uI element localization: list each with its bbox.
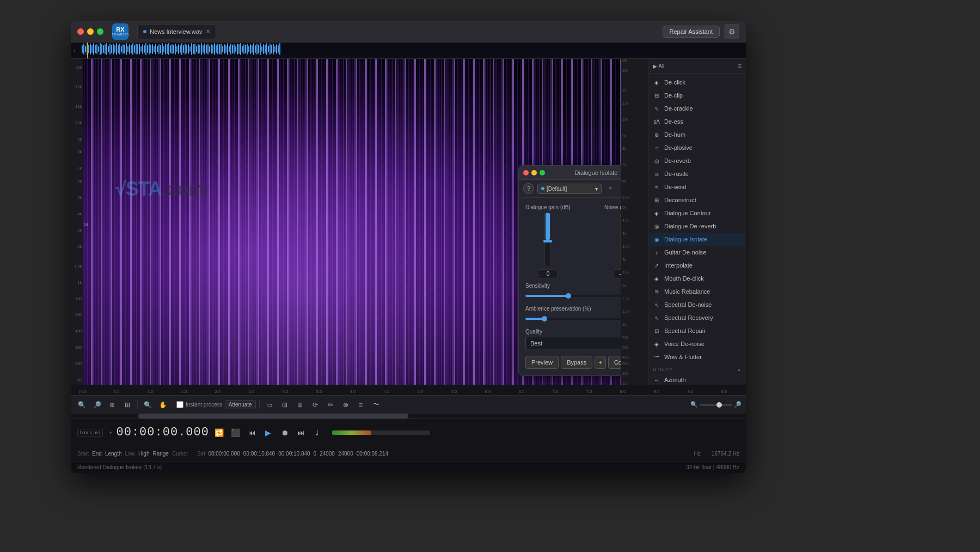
zoom-slider-thumb[interactable]: [716, 402, 722, 408]
selection-info-bar: Start End Length Low High Range Cursor S…: [71, 446, 746, 461]
module-item-guitar-de-noise[interactable]: ♪ Guitar De-noise: [648, 246, 746, 259]
module-item-dialogue-contour[interactable]: ◈ Dialogue Contour: [648, 207, 746, 220]
mouth-de-click-label: Mouth De-click: [664, 275, 704, 282]
dialog-close-button[interactable]: [523, 170, 529, 175]
sensitivity-slider[interactable]: [525, 295, 621, 297]
waveform-bar: [227, 43, 228, 55]
waveform-bar: [91, 45, 93, 52]
module-item-spectral-repair[interactable]: ⊡ Spectral Repair: [648, 324, 746, 337]
spectrogram-area[interactable]: √STA.com M Dialogue Isolate ?: [83, 59, 621, 385]
freq-label-700: 700: [75, 297, 82, 301]
ambience-slider[interactable]: [525, 318, 621, 320]
module-item-de-click[interactable]: ◈ De-click: [648, 76, 746, 89]
spectral-de-noise-label: Spectral De-noise: [664, 301, 712, 308]
dialogue-gain-slider[interactable]: [544, 213, 551, 267]
zoom-in-button[interactable]: 🔍: [75, 398, 88, 411]
guitar-de-noise-label: Guitar De-noise: [664, 249, 706, 256]
dialog-help-button[interactable]: ?: [523, 183, 534, 194]
time-format-button[interactable]: h:m:s.ms: [77, 429, 103, 436]
module-item-de-plosive[interactable]: ○ De-plosive: [648, 141, 746, 154]
preset-selector[interactable]: [Default] ▾: [537, 184, 602, 194]
dialog-maximize-button[interactable]: [540, 170, 545, 175]
waveform-bar: [230, 44, 231, 54]
waveform-bar: [243, 44, 244, 54]
module-item-mouth-de-click[interactable]: ◈ Mouth De-click: [648, 272, 746, 285]
zoom-fit-button[interactable]: ⊕: [106, 398, 119, 411]
sensitivity-thumb[interactable]: [566, 293, 571, 299]
zoom-slider[interactable]: [700, 404, 732, 406]
record-button[interactable]: ⏺: [279, 427, 291, 439]
zoom-out-button[interactable]: 🔎: [90, 398, 103, 411]
dialogue-gain-thumb[interactable]: [543, 240, 552, 242]
module-item-azimuth[interactable]: ↔ Azimuth: [648, 373, 746, 385]
settings-icon[interactable]: ⚙: [724, 24, 739, 39]
tool-erase-button[interactable]: ⊗: [339, 398, 352, 411]
tool-wave-button[interactable]: 〜: [370, 398, 383, 411]
repair-assistant-button[interactable]: Repair Assistant: [663, 26, 720, 38]
pan-button[interactable]: ✋: [156, 398, 169, 411]
waveform-overview[interactable]: [82, 43, 746, 58]
scroll-thumb[interactable]: [138, 414, 408, 418]
module-item-music-rebalance[interactable]: ≋ Music Rebalance: [648, 285, 746, 298]
module-item-de-hum[interactable]: ⊕ De-hum: [648, 128, 746, 141]
horizontal-scrollbar[interactable]: [71, 413, 746, 418]
status-right-group: Hz 16764.2 Hz: [694, 451, 739, 457]
rewind-button[interactable]: ⏮: [246, 427, 258, 439]
module-item-deconstruct[interactable]: ⊞ Deconstruct: [648, 193, 746, 207]
overview-arrow-icon[interactable]: ↕: [73, 48, 76, 53]
dialogue-contour-label: Dialogue Contour: [664, 210, 711, 216]
tool-lasso-button[interactable]: ⟳: [309, 398, 322, 411]
utility-section-label[interactable]: Utility ▲: [648, 363, 746, 373]
file-tab[interactable]: News Interview.wav ✕: [137, 24, 216, 39]
magnifier-button[interactable]: 🔍: [141, 398, 154, 411]
dialog-hamburger-icon[interactable]: ≡: [605, 183, 616, 194]
module-item-dialogue-isolate[interactable]: ◉ Dialogue Isolate: [648, 233, 746, 246]
play-button[interactable]: ▶: [262, 427, 274, 439]
add-button[interactable]: +: [595, 356, 605, 369]
dialogue-gain-value[interactable]: 0: [538, 269, 558, 278]
module-item-de-clip[interactable]: ⊟ De-clip: [648, 89, 746, 102]
tool-time-button[interactable]: ⊟: [278, 398, 291, 411]
maximize-button[interactable]: [97, 28, 103, 35]
freq-label-7k: 7k: [78, 166, 82, 170]
tab-close-icon[interactable]: ✕: [206, 28, 210, 34]
loop-button[interactable]: 🔁: [213, 427, 225, 439]
module-item-interpolate[interactable]: ↗ Interpolate: [648, 259, 746, 272]
tool-select-button[interactable]: ▭: [263, 398, 276, 411]
sel-high-value: 24000: [320, 451, 335, 457]
module-item-spectral-de-noise[interactable]: ∿ Spectral De-noise: [648, 298, 746, 311]
instant-process-checkbox[interactable]: [176, 401, 183, 408]
metronome-button[interactable]: ♩: [311, 427, 323, 439]
attenuate-label[interactable]: Attenuate: [225, 400, 256, 409]
module-item-de-rustle[interactable]: ≋ De-rustle: [648, 167, 746, 180]
minimize-button[interactable]: [87, 28, 94, 35]
ambience-thumb[interactable]: [542, 316, 547, 322]
module-item-voice-de-noise[interactable]: ◈ Voice De-noise: [648, 337, 746, 350]
module-item-de-ess[interactable]: sΛ De-ess: [648, 115, 746, 128]
module-item-de-wind[interactable]: ≈ De-wind: [648, 180, 746, 193]
module-item-wow-flutter[interactable]: 〜 Wow & Flutter: [648, 350, 746, 363]
panel-menu-icon[interactable]: ≡: [738, 62, 742, 70]
close-button[interactable]: [77, 28, 84, 35]
module-item-de-reverb[interactable]: ◎ De-reverb: [648, 154, 746, 167]
quality-selector[interactable]: Best ▾: [525, 337, 621, 349]
tool-snap-button[interactable]: ≡: [354, 398, 367, 411]
forward-button[interactable]: ⏭: [295, 427, 307, 439]
preview-button[interactable]: Preview: [525, 356, 559, 369]
zoom-plus-icon[interactable]: 🔎: [734, 401, 742, 408]
module-item-de-crackle[interactable]: ∿ De-crackle: [648, 102, 746, 115]
waveform-bar: [191, 43, 192, 54]
noise-gain-value[interactable]: -30: [614, 269, 621, 278]
waveform-bar: [216, 45, 217, 53]
de-reverb-icon: ◎: [653, 157, 660, 165]
tool-freq-button[interactable]: ⊞: [293, 398, 307, 411]
compare-button[interactable]: Compare: [608, 356, 621, 369]
dialog-minimize-button[interactable]: [531, 170, 537, 175]
module-item-dialogue-de-reverb[interactable]: ◎ Dialogue De-reverb: [648, 220, 746, 233]
zoom-minus-icon[interactable]: 🔍: [690, 401, 698, 408]
zoom-full-button[interactable]: ⊞: [121, 398, 134, 411]
tool-pencil-button[interactable]: ✏: [324, 398, 337, 411]
bypass-button[interactable]: Bypass: [561, 356, 592, 369]
module-item-spectral-recovery[interactable]: ∿ Spectral Recovery: [648, 311, 746, 324]
stop-button[interactable]: ⬛: [230, 427, 242, 439]
